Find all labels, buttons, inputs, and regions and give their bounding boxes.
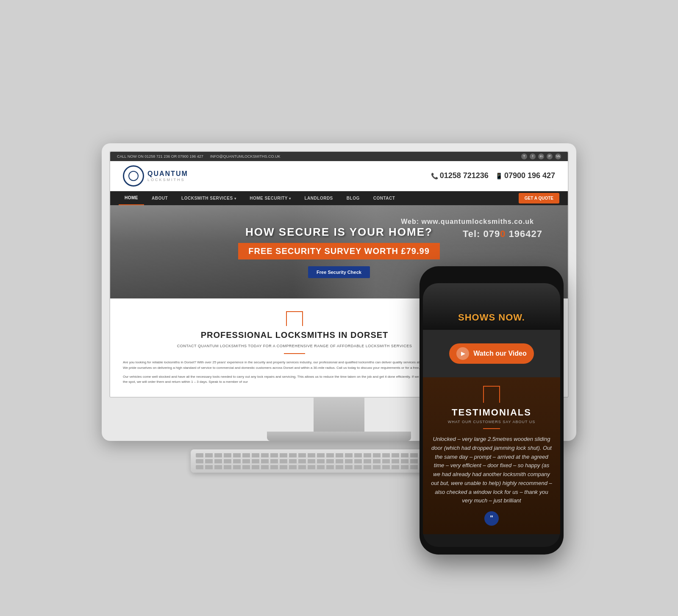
- nav-blog[interactable]: BLOG: [341, 192, 366, 205]
- phone-label: CALL NOW ON 01258 721 236 OR 07900 196 4…: [117, 154, 203, 159]
- phone-number-1: 01258 721236: [440, 171, 489, 180]
- email-label: INFO@QUANTUMLOCKSMITHS.CO.UK: [210, 154, 281, 159]
- section-subtitle: CONTACT QUANTUM LOCKSMITHS TODAY FOR A C…: [123, 344, 466, 348]
- watch-video-label: Watch our Video: [473, 350, 526, 357]
- bracket-icon: [286, 311, 303, 326]
- van-web-text: Web: www.quantumlocksmiths.co.uk: [401, 218, 534, 226]
- play-icon: ▶: [456, 347, 469, 360]
- hero-cta-button[interactable]: Free Security Check: [308, 266, 370, 278]
- phone-screen: SHOWS NOW. ▶ Watch our Video TESTIMONIAL…: [423, 283, 560, 547]
- topbar: CALL NOW ON 01258 721 236 OR 07900 196 4…: [110, 152, 568, 161]
- hero-headline: HOW SECURE IS YOUR HOME?: [245, 226, 433, 239]
- testimonials-bracket-icon: [483, 386, 500, 403]
- header: QUANTUM LOCKSMITHS 📞 01258 721236 📱 0790…: [110, 161, 568, 191]
- phone-hero: SHOWS NOW.: [423, 283, 560, 330]
- logo[interactable]: QUANTUM LOCKSMITHS: [123, 165, 188, 187]
- scene: CALL NOW ON 01258 721 236 OR 07900 196 4…: [106, 143, 572, 473]
- nav-home[interactable]: HOME: [119, 191, 144, 205]
- social-icons: T f in P Vk: [521, 153, 561, 159]
- content-left: PROFESSIONAL LOCKSMITHS IN DORSET CONTAC…: [123, 311, 466, 388]
- section-paragraph-1: Are you looking for reliable locksmiths …: [123, 360, 466, 371]
- quote-icon: ": [484, 511, 499, 526]
- keyboard-row-1: [196, 453, 440, 457]
- divider: [284, 353, 305, 354]
- testimonial-quote: Unlocked – very large 2.5metres wooden s…: [431, 435, 553, 505]
- phone-2[interactable]: 📱 07900 196 427: [495, 171, 555, 180]
- keyboard-row-2: [196, 459, 440, 463]
- mobile-icon: 📱: [495, 173, 503, 179]
- topbar-left: CALL NOW ON 01258 721 236 OR 07900 196 4…: [117, 154, 280, 159]
- phone-device: SHOWS NOW. ▶ Watch our Video TESTIMONIAL…: [420, 266, 564, 555]
- nav-about[interactable]: ABOUT: [146, 192, 174, 205]
- hero-banner: FREE SECURITY SURVEY WORTH £79.99: [238, 243, 440, 259]
- logo-text-block: QUANTUM LOCKSMITHS: [147, 170, 188, 182]
- testimonials-divider: [483, 428, 500, 429]
- twitter-icon[interactable]: T: [521, 153, 527, 159]
- nav-contact[interactable]: CONTACT: [367, 192, 401, 205]
- vk-icon[interactable]: Vk: [555, 153, 561, 159]
- pinterest-icon[interactable]: P: [547, 153, 553, 159]
- section-paragraph-2: Our vehicles come well stocked and have …: [123, 374, 466, 385]
- navigation: HOME ABOUT LOCKSMITH SERVICES▾ HOME SECU…: [110, 191, 568, 205]
- monitor-stand-neck: [314, 398, 364, 432]
- phone-video-section: ▶ Watch our Video: [423, 330, 560, 377]
- chevron-down-icon: ▾: [289, 197, 291, 201]
- keyboard-row-3: [196, 465, 440, 469]
- keyboard: [191, 449, 445, 473]
- nav-landlords[interactable]: LANDLORDS: [299, 192, 339, 205]
- nav-locksmith-services[interactable]: LOCKSMITH SERVICES▾: [175, 192, 242, 205]
- logo-name: QUANTUM: [147, 170, 188, 178]
- section-title: PROFESSIONAL LOCKSMITHS IN DORSET: [123, 329, 466, 340]
- phone-icon: 📞: [431, 173, 438, 179]
- linkedin-icon[interactable]: in: [538, 153, 544, 159]
- van-tel-text: Tel: 0790 196427: [463, 229, 542, 240]
- testimonials-section: TESTIMONIALS WHAT OUR CUSTOMERS SAY ABOU…: [423, 377, 560, 534]
- phone-notch: [470, 272, 513, 282]
- logo-circle: [123, 165, 144, 187]
- get-quote-button[interactable]: GET A QUOTE: [519, 193, 559, 203]
- watch-video-button[interactable]: ▶ Watch our Video: [449, 343, 534, 364]
- header-phone: 📞 01258 721236 📱 07900 196 427: [431, 171, 555, 180]
- testimonials-subtitle: WHAT OUR CUSTOMERS SAY ABOUT US: [431, 420, 553, 424]
- facebook-icon[interactable]: f: [530, 153, 536, 159]
- phone-shows-text: SHOWS NOW.: [458, 312, 525, 323]
- phone-number-2: 07900 196 427: [504, 171, 555, 180]
- chevron-down-icon: ▾: [234, 197, 236, 201]
- nav-home-security[interactable]: HOME SECURITY▾: [244, 192, 297, 205]
- logo-sub: LOCKSMITHS: [147, 178, 188, 182]
- phone-1[interactable]: 📞 01258 721236: [431, 171, 489, 180]
- testimonials-title: TESTIMONIALS: [431, 407, 553, 418]
- monitor-stand-base: [267, 432, 411, 441]
